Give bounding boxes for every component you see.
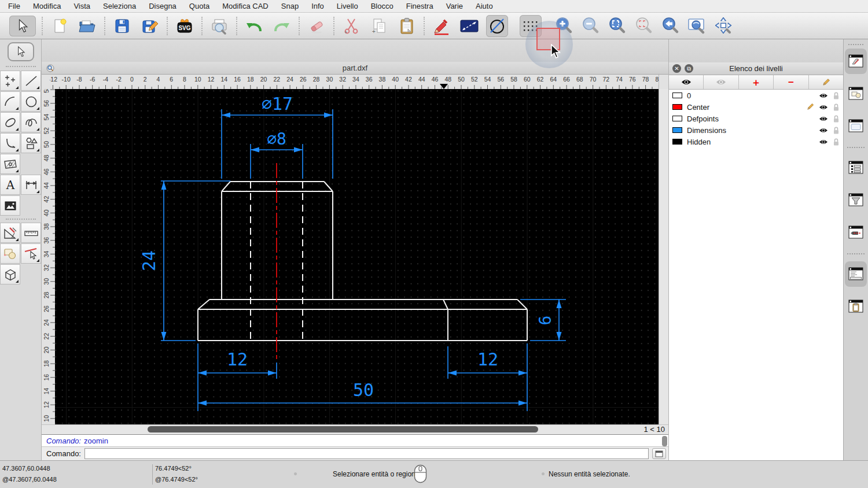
plus-icon: ＋ [751, 77, 761, 87]
dock-clipboard-button[interactable] [845, 294, 867, 319]
dock-block-list-button[interactable] [845, 81, 867, 106]
layer-row-hidden[interactable]: Hidden [669, 136, 843, 147]
polyline-tool-button[interactable] [0, 133, 20, 153]
drawing-canvas[interactable]: ⌀17⌀8241212506 [55, 89, 659, 424]
document-titlebar[interactable]: part.dxf [42, 62, 668, 75]
eye-icon[interactable] [819, 127, 828, 134]
menu-item-blocco[interactable]: Blocco [371, 2, 393, 10]
horizontal-scrollbar[interactable] [55, 425, 634, 434]
lock-icon[interactable] [833, 114, 840, 123]
palette-pointer-button[interactable] [8, 42, 34, 61]
image-tool-button[interactable] [0, 195, 20, 216]
hatch-tool-button[interactable] [0, 154, 20, 174]
dock-pen-settings-button[interactable] [845, 220, 867, 245]
draw-pencil-button[interactable] [431, 15, 453, 37]
lock-icon[interactable] [833, 138, 840, 146]
open-file-button[interactable] [76, 15, 98, 37]
circle-icon [24, 95, 38, 109]
dimension-tool-button[interactable] [21, 175, 41, 195]
panel-close-button[interactable]: ✕ [672, 64, 681, 73]
entity-select-tool-button[interactable] [21, 243, 41, 264]
svg-text:46: 46 [43, 168, 50, 175]
remove-layer-button[interactable]: − [774, 75, 808, 89]
save-button[interactable] [111, 15, 133, 37]
menu-item-modifica-cad[interactable]: Modifica CAD [222, 2, 268, 10]
blocks-tool-button[interactable] [0, 243, 20, 264]
layer-row-defpoints[interactable]: Defpoints [669, 113, 843, 124]
line-tool-button[interactable] [21, 71, 41, 91]
horizontal-scrollbar-thumb[interactable] [148, 426, 538, 432]
zoom-selection-button[interactable] [633, 15, 655, 37]
svg-text:54: 54 [484, 76, 491, 83]
measure-tool-button[interactable] [21, 223, 41, 243]
zoom-previous-button[interactable] [660, 15, 682, 37]
eye-icon[interactable] [819, 139, 828, 145]
select-pointer-button[interactable] [9, 16, 36, 36]
menu-item-aiuto[interactable]: Aiuto [476, 2, 493, 10]
zoom-window-icon [687, 16, 708, 36]
copy-button[interactable]: + [368, 15, 390, 37]
3d-view-button[interactable] [0, 264, 20, 284]
vertical-scrollbar[interactable] [659, 89, 668, 424]
save-as-button[interactable] [139, 15, 161, 37]
dock-library-browser-button[interactable] [845, 113, 867, 139]
zoom-pan-button[interactable] [713, 15, 735, 37]
layer-row-center[interactable]: Center [669, 101, 843, 113]
lock-icon[interactable] [833, 103, 840, 112]
layer-row-0[interactable]: 0 [669, 90, 843, 101]
menu-item-disegna[interactable]: Disegna [149, 2, 176, 10]
menu-item-vista[interactable]: Vista [73, 2, 90, 10]
redo-button[interactable] [271, 15, 293, 37]
spline-tool-button[interactable] [21, 112, 41, 132]
zoom-auto-button[interactable] [606, 15, 628, 37]
cut-button[interactable]: + [340, 15, 362, 37]
command-history[interactable]: Comando: zoomin [42, 434, 668, 448]
panel-detach-button[interactable]: ⧉ [685, 64, 693, 73]
menu-item-finestra[interactable]: Finestra [406, 2, 433, 10]
zoom-out-button[interactable] [580, 15, 602, 37]
points-tool-button[interactable] [0, 71, 20, 91]
dock-command-line-button[interactable] [845, 261, 867, 287]
menu-item-quota[interactable]: Quota [189, 2, 209, 10]
svg-export-button[interactable]: SVG [174, 15, 196, 37]
arc-tool-button[interactable] [0, 91, 20, 112]
menu-item-file[interactable]: File [8, 2, 20, 10]
new-document-button[interactable] [49, 15, 71, 37]
zoom-in-button[interactable] [553, 15, 575, 37]
eye-icon[interactable] [819, 93, 828, 99]
dock-selection-filter-button[interactable] [845, 187, 867, 213]
edit-layer-button[interactable] [809, 75, 843, 89]
undo-button[interactable] [243, 15, 265, 37]
eye-icon[interactable] [819, 104, 828, 110]
menu-item-modifica[interactable]: Modifica [33, 2, 61, 10]
command-window-toggle-button[interactable] [652, 448, 666, 459]
menu-item-snap[interactable]: Snap [281, 2, 299, 10]
show-all-layers-button[interactable] [669, 75, 704, 89]
zoom-window-button[interactable] [686, 15, 708, 37]
dock-layer-list-button[interactable] [845, 49, 867, 74]
delete-eraser-button[interactable] [306, 15, 328, 37]
dimension-line-button[interactable] [458, 15, 480, 37]
text-tool-button[interactable]: A [0, 175, 20, 195]
menu-item-seleziona[interactable]: Seleziona [103, 2, 136, 10]
ellipse-tool-button[interactable] [0, 112, 20, 132]
command-input[interactable] [84, 448, 649, 459]
shapes-tool-button[interactable] [21, 133, 41, 153]
modify-tools-button[interactable] [0, 223, 20, 243]
menu-item-varie[interactable]: Varie [446, 2, 463, 10]
menu-item-info[interactable]: Info [311, 2, 324, 10]
eye-icon[interactable] [819, 116, 828, 122]
paste-button[interactable] [396, 15, 418, 37]
circle-tool-button[interactable] [21, 91, 41, 112]
command-history-scrollbar[interactable] [662, 436, 667, 446]
lock-icon[interactable] [833, 91, 840, 100]
circle-slash-button[interactable] [486, 15, 508, 37]
print-preview-button[interactable] [208, 15, 230, 37]
dock-entity-list-button[interactable] [845, 155, 867, 180]
menu-item-livello[interactable]: Livello [337, 2, 358, 10]
layer-row-dimensions[interactable]: Dimensions [669, 124, 843, 136]
add-layer-button[interactable]: ＋ [739, 75, 774, 89]
grid-toggle-button[interactable] [520, 15, 542, 37]
lock-icon[interactable] [833, 126, 840, 135]
hide-all-layers-button[interactable] [704, 75, 738, 89]
